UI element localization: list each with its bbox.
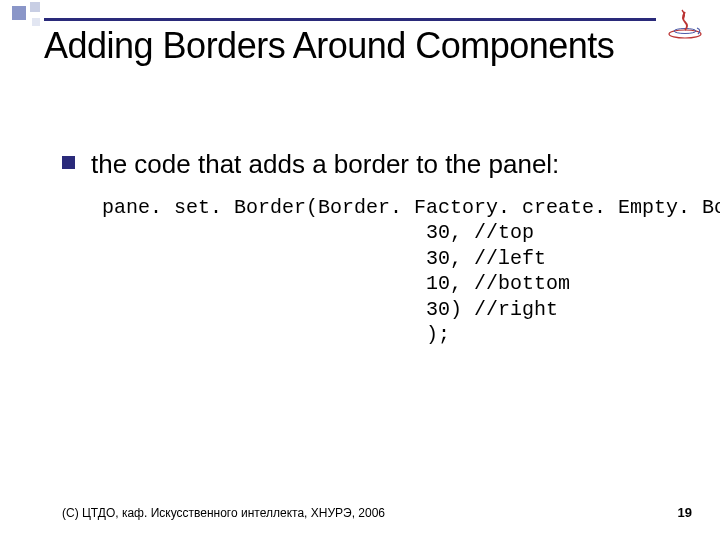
code-line: ); [102, 323, 450, 346]
copyright-text: (С) ЦТДО, каф. Искусственного интеллекта… [62, 506, 385, 520]
code-line: 30, //top [102, 221, 534, 244]
deco-square [12, 6, 26, 20]
code-line: 30) //right [102, 298, 558, 321]
code-line: 30, //left [102, 247, 546, 270]
bullet-square-icon [62, 156, 75, 169]
slide-title: Adding Borders Around Components [44, 26, 614, 66]
deco-square [30, 2, 40, 12]
slide-footer: (С) ЦТДО, каф. Искусственного интеллекта… [62, 505, 692, 520]
code-block: pane. set. Border(Border. Factory. creat… [102, 195, 700, 349]
java-logo-icon [664, 8, 706, 40]
code-line: 10, //bottom [102, 272, 570, 295]
bullet-text: the code that adds a border to the panel… [91, 148, 559, 181]
deco-line [44, 18, 656, 21]
bullet-item: the code that adds a border to the panel… [62, 148, 700, 181]
page-number: 19 [678, 505, 692, 520]
slide-body: the code that adds a border to the panel… [62, 148, 700, 348]
code-line: pane. set. Border(Border. Factory. creat… [102, 196, 720, 219]
deco-square [32, 18, 40, 26]
